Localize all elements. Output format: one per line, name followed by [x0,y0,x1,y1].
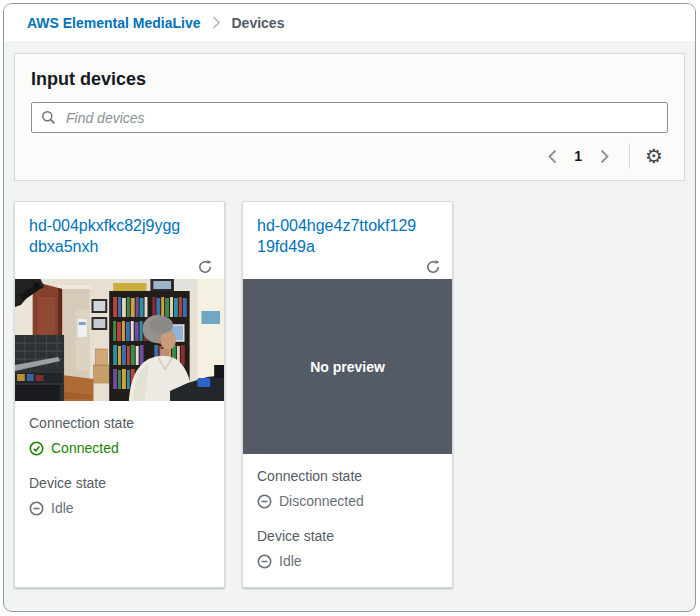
chevron-left-icon [547,149,558,164]
card-header: hd-004hge4z7ttokf12919fd49a [243,202,452,257]
app-frame: AWS Elemental MediaLive Devices Input de… [3,3,696,612]
device-link[interactable]: hd-004hge4z7ttokf12919fd49a [257,215,417,257]
device-link[interactable]: hd-004pkxfkc82j9yggdbxa5nxh [29,215,189,257]
device-state-label: Device state [257,527,438,545]
connection-state-value: Disconnected [257,491,438,512]
connection-state-label: Connection state [29,414,210,432]
device-card: hd-004pkxfkc82j9yggdbxa5nxh [14,201,225,588]
refresh-row [15,257,224,279]
card-states: Connection state Connected Device state … [15,401,224,534]
search-input[interactable] [64,109,658,127]
connection-state-label: Connection state [257,467,438,485]
previous-page-button[interactable] [539,143,565,169]
webcam-preview-image [15,279,224,401]
search-box [31,102,668,133]
refresh-icon [425,259,441,275]
refresh-button[interactable] [424,258,442,276]
device-state-value: Idle [29,498,210,519]
breadcrumb-current: Devices [232,15,285,31]
breadcrumb: AWS Elemental MediaLive Devices [4,4,695,41]
device-card: hd-004hge4z7ttokf12919fd49a No preview C… [242,201,453,588]
no-preview-label: No preview [310,359,385,375]
refresh-button[interactable] [196,258,214,276]
chevron-right-icon [212,16,221,29]
no-preview-placeholder: No preview [243,279,452,454]
gear-icon: ⚙ [645,146,663,166]
minus-circle-icon [29,501,44,516]
panel-title: Input devices [31,69,668,90]
input-devices-panel: Input devices 1 ⚙ [14,53,685,181]
device-card-list: hd-004pkxfkc82j9yggdbxa5nxh [14,201,695,588]
check-circle-icon [29,441,44,456]
connection-state-value: Connected [29,438,210,459]
card-states: Connection state Disconnected Device sta… [243,454,452,587]
device-state-label: Device state [29,474,210,492]
settings-button[interactable]: ⚙ [640,142,668,170]
device-state-value: Idle [257,551,438,572]
next-page-button[interactable] [591,143,617,169]
breadcrumb-link-medialive[interactable]: AWS Elemental MediaLive [27,15,201,31]
pagination: 1 ⚙ [31,142,668,170]
chevron-right-icon [599,149,610,164]
search-icon [41,110,56,125]
refresh-icon [197,259,213,275]
refresh-row [243,257,452,279]
minus-circle-icon [257,554,272,569]
minus-circle-icon [257,494,272,509]
page-number[interactable]: 1 [565,148,591,164]
pager-divider [629,143,630,169]
card-header: hd-004pkxfkc82j9yggdbxa5nxh [15,202,224,257]
